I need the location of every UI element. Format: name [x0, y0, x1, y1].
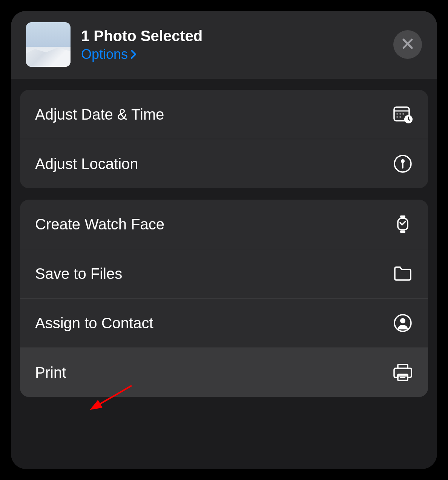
- svg-point-4: [402, 113, 404, 115]
- close-button[interactable]: [393, 30, 422, 59]
- row-label: Adjust Location: [35, 155, 138, 172]
- contact-icon: [393, 313, 413, 333]
- row-label: Save to Files: [35, 265, 122, 282]
- svg-rect-12: [400, 231, 405, 233]
- selection-title: 1 Photo Selected: [81, 27, 203, 45]
- action-group: Create Watch Face Save to Files: [20, 200, 428, 397]
- chevron-right-icon: [130, 49, 138, 60]
- row-label: Print: [35, 364, 66, 381]
- adjust-location-row[interactable]: Adjust Location: [20, 139, 428, 188]
- assign-to-contact-row[interactable]: Assign to Contact: [20, 298, 428, 348]
- save-to-files-row[interactable]: Save to Files: [20, 249, 428, 298]
- create-watch-face-row[interactable]: Create Watch Face: [20, 200, 428, 249]
- calendar-clock-icon: [393, 104, 413, 125]
- print-row[interactable]: Print: [20, 348, 428, 397]
- options-label: Options: [81, 46, 128, 62]
- svg-point-6: [399, 116, 401, 118]
- watch-icon: [393, 214, 413, 234]
- location-pin-icon: [393, 154, 413, 174]
- svg-point-14: [400, 318, 405, 323]
- action-group: Adjust Date & Time Ad: [20, 90, 428, 188]
- folder-icon: [393, 263, 413, 284]
- close-icon: [401, 37, 414, 52]
- share-sheet-header: 1 Photo Selected Options: [11, 11, 437, 78]
- row-label: Create Watch Face: [35, 216, 164, 233]
- svg-point-5: [396, 116, 398, 118]
- printer-icon: [393, 362, 413, 383]
- svg-point-2: [396, 113, 398, 115]
- row-label: Adjust Date & Time: [35, 106, 164, 123]
- action-list: Adjust Date & Time Ad: [11, 90, 437, 397]
- options-link[interactable]: Options: [81, 46, 203, 62]
- row-label: Assign to Contact: [35, 315, 153, 332]
- adjust-date-time-row[interactable]: Adjust Date & Time: [20, 90, 428, 139]
- svg-rect-11: [400, 215, 405, 218]
- header-text-block: 1 Photo Selected Options: [81, 27, 203, 62]
- share-sheet-window: 1 Photo Selected Options Adjust Date &: [11, 11, 437, 469]
- svg-point-3: [399, 113, 401, 115]
- photo-thumbnail: [26, 22, 71, 67]
